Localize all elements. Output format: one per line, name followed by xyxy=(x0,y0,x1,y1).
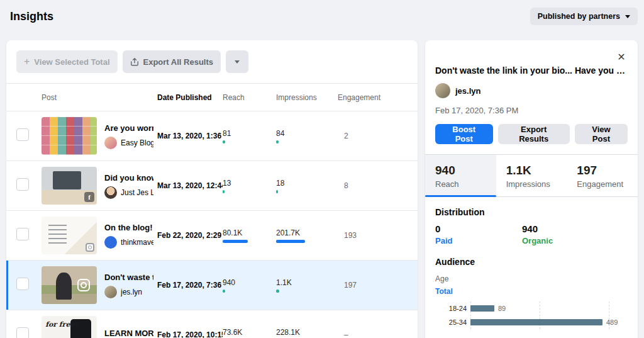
account-name: Easy Blog S... xyxy=(121,138,153,147)
age-band-label: 18-24 xyxy=(435,305,467,312)
view-selected-total-label: View Selected Total xyxy=(34,57,109,67)
export-results-button[interactable]: Export Results xyxy=(498,124,570,144)
table-row[interactable]: for free! LEARN MORE ... Feb 17, 2020, 1… xyxy=(6,310,418,338)
column-header-post[interactable]: Post xyxy=(42,93,104,102)
impressions-bar xyxy=(276,190,278,193)
close-icon[interactable]: ✕ xyxy=(613,48,630,65)
reach-bar xyxy=(223,140,225,144)
distribution-section: Distribution 0 Paid 940 Organic Audience… xyxy=(425,197,638,329)
engagement-value: 193 xyxy=(338,231,418,240)
table-header-row: Post Date Published Reach Impressions En… xyxy=(6,84,418,111)
table-toolbar: + View Selected Total Export All Results xyxy=(6,40,418,84)
reach-metric-value: 940 xyxy=(435,164,486,177)
engagement-value: 197 xyxy=(338,281,418,290)
filter-label: Published by partners xyxy=(538,12,620,21)
impressions-metric-value: 1.1K xyxy=(506,164,557,177)
boost-post-button[interactable]: Boost Post xyxy=(435,124,493,144)
chevron-down-icon xyxy=(625,15,630,18)
impressions-bar xyxy=(276,140,279,144)
reach-value: 73.6K xyxy=(223,328,276,337)
export-icon xyxy=(130,57,139,66)
view-post-button[interactable]: View Post xyxy=(575,124,628,144)
date-published-value: Feb 22, 2020, 2:29 xyxy=(157,231,223,240)
column-header-date-published[interactable]: Date Published xyxy=(157,93,223,102)
impressions-value: 228.1K xyxy=(276,328,338,337)
date-published-value: Feb 17, 2020, 10:15 xyxy=(157,330,223,338)
age-bar xyxy=(470,319,602,325)
row-checkbox[interactable] xyxy=(16,327,29,338)
age-chart: 18-24 89 25-34 489 xyxy=(435,301,628,329)
impressions-value: 84 xyxy=(276,129,338,138)
post-thumbnail[interactable] xyxy=(42,167,97,205)
table-row[interactable]: Are you worri... Easy Blog S... Mar 13, … xyxy=(6,111,418,161)
organic-label: Organic xyxy=(522,236,609,245)
age-label: Age xyxy=(435,274,628,283)
row-checkbox[interactable] xyxy=(16,178,29,191)
paid-label: Paid xyxy=(435,236,522,245)
post-thumbnail[interactable]: for free! xyxy=(42,316,97,338)
engagement-metric-label: Engagement xyxy=(577,179,628,189)
age-bar xyxy=(470,305,494,312)
table-row[interactable]: Did you know ... Just Jes Lyn Mar 13, 20… xyxy=(6,161,418,211)
age-chart-row: 25-34 489 xyxy=(435,315,628,329)
column-header-impressions[interactable]: Impressions xyxy=(276,93,338,102)
page-header: Insights Published by partners xyxy=(0,0,644,33)
reach-bar xyxy=(223,190,225,193)
impressions-metric-label: Impressions xyxy=(506,179,557,189)
published-by-partners-filter[interactable]: Published by partners xyxy=(530,8,638,25)
account-name: thinkmaveri... xyxy=(121,238,153,247)
detail-post-date: Feb 17, 2020, 7:36 PM xyxy=(435,106,628,115)
account-name: jes.lyn xyxy=(121,288,142,296)
post-thumbnail[interactable] xyxy=(42,266,97,304)
thumbnail-text: for free! xyxy=(45,320,77,329)
tab-reach[interactable]: 940 Reach xyxy=(425,155,496,196)
tab-impressions[interactable]: 1.1K Impressions xyxy=(496,155,567,196)
post-thumbnail[interactable] xyxy=(42,217,97,254)
reach-value: 940 xyxy=(223,278,276,287)
detail-byline: jes.lyn xyxy=(435,83,628,98)
post-title[interactable]: Are you worri... xyxy=(104,123,153,133)
post-title[interactable]: LEARN MORE ... xyxy=(104,329,153,338)
paid-value: 0 xyxy=(435,223,522,234)
reach-metric-label: Reach xyxy=(435,179,486,189)
row-checkbox[interactable] xyxy=(16,278,29,290)
engagement-value: – xyxy=(338,330,418,338)
column-header-reach[interactable]: Reach xyxy=(223,93,276,102)
account-avatar xyxy=(104,286,117,298)
posts-table-card: + View Selected Total Export All Results… xyxy=(6,40,418,338)
post-title[interactable]: Did you know ... xyxy=(104,173,153,183)
detail-account-avatar xyxy=(435,83,450,98)
audience-heading: Audience xyxy=(435,257,628,267)
impressions-bar xyxy=(276,240,305,243)
row-checkbox[interactable] xyxy=(16,228,29,240)
post-title[interactable]: On the blog! O... xyxy=(104,223,153,232)
plus-icon: + xyxy=(24,57,30,67)
date-published-value: Feb 17, 2020, 7:36 xyxy=(157,281,223,290)
age-band-label: 25-34 xyxy=(435,318,467,326)
impressions-bar xyxy=(276,290,279,293)
instagram-icon xyxy=(77,279,90,291)
laptop-image xyxy=(53,171,82,189)
reach-value: 13 xyxy=(223,179,276,188)
date-published-value: Mar 13, 2020, 1:36 xyxy=(157,132,223,140)
export-all-results-button[interactable]: Export All Results xyxy=(123,50,221,73)
detail-account-name: jes.lyn xyxy=(455,86,480,96)
export-options-dropdown-button[interactable] xyxy=(226,50,248,73)
reach-value: 80.1K xyxy=(223,228,276,237)
total-link[interactable]: Total xyxy=(435,287,453,296)
post-title[interactable]: Don't waste th... xyxy=(104,273,153,282)
account-avatar xyxy=(104,236,117,249)
table-row[interactable]: On the blog! O... thinkmaveri... Feb 22,… xyxy=(6,211,418,261)
column-header-engagement[interactable]: Engagement xyxy=(338,93,418,102)
reach-bar xyxy=(223,290,225,293)
chevron-down-icon xyxy=(235,60,240,64)
instagram-badge-icon xyxy=(86,243,94,252)
view-selected-total-button[interactable]: + View Selected Total xyxy=(16,50,118,73)
age-chart-row: 18-24 89 xyxy=(435,301,628,315)
tab-engagement[interactable]: 197 Engagement xyxy=(567,155,638,196)
impressions-value: 201.7K xyxy=(276,228,338,237)
row-checkbox[interactable] xyxy=(16,128,29,141)
table-row-selected[interactable]: Don't waste th... jes.lyn Feb 17, 2020, … xyxy=(6,261,418,310)
post-thumbnail[interactable] xyxy=(42,117,97,155)
age-bar-value: 489 xyxy=(606,318,618,326)
